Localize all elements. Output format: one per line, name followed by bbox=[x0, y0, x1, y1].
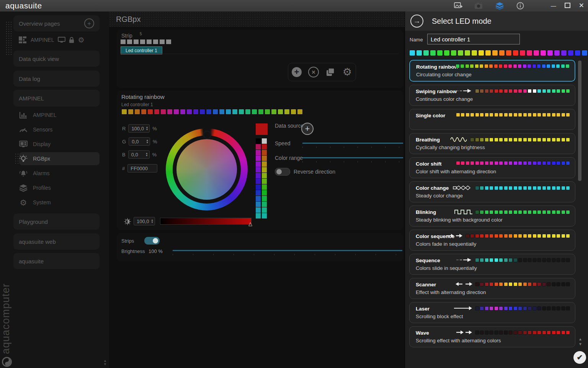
sidebar-item-rgbpx[interactable]: RGBpx bbox=[19, 152, 100, 165]
value-gradient-bar[interactable] bbox=[160, 218, 252, 225]
sidebar-item-ampinel-device[interactable]: AMPINEL bbox=[13, 90, 100, 107]
color-wheel[interactable] bbox=[166, 128, 248, 210]
green-value-stepper[interactable]: ▲▼ bbox=[129, 137, 150, 146]
sidebar-item-ampinel-overview[interactable]: AMPINEL bbox=[19, 108, 100, 122]
strips-toggle[interactable] bbox=[144, 237, 160, 245]
palette-swatch[interactable] bbox=[256, 190, 261, 196]
palette-swatch[interactable] bbox=[262, 207, 267, 213]
stepper-arrows-icon[interactable]: ▲▼ bbox=[151, 219, 154, 223]
sidebar-overview-ampinel[interactable]: AMPINEL ⚙ bbox=[18, 34, 85, 46]
palette-swatch[interactable] bbox=[262, 173, 267, 178]
palette-grid[interactable] bbox=[256, 138, 268, 219]
palette-swatch[interactable] bbox=[262, 184, 267, 190]
speed-slider[interactable] bbox=[302, 143, 403, 144]
palette-swatch[interactable] bbox=[262, 156, 267, 161]
led-mode-option-laser[interactable]: Laser Scrolling block effect bbox=[409, 302, 575, 323]
add-overview-page-icon[interactable]: + bbox=[84, 18, 94, 28]
info-icon[interactable] bbox=[514, 0, 527, 12]
led-mode-option-rotating-rainbow[interactable]: Rotating rainbow Circulating color chang… bbox=[409, 60, 575, 82]
palette-swatch[interactable] bbox=[256, 144, 261, 150]
close-button[interactable]: ✕ bbox=[579, 3, 584, 8]
palette-swatch[interactable] bbox=[256, 207, 261, 213]
palette-swatch[interactable] bbox=[262, 138, 267, 144]
sidebar-overview-pages[interactable]: Overview pages + bbox=[13, 15, 100, 31]
led-mode-option-scanner[interactable]: Scanner Effect with alternating directio… bbox=[409, 278, 575, 299]
monitor-icon[interactable] bbox=[58, 37, 65, 43]
led-mode-option-sequence[interactable]: Sequence Colors slide in sequentially bbox=[409, 254, 575, 275]
palette-swatch[interactable] bbox=[256, 156, 261, 161]
red-value-input[interactable] bbox=[131, 126, 144, 131]
add-data-source-button[interactable]: + bbox=[301, 123, 314, 135]
sidebar-item-sensors[interactable]: Sensors bbox=[19, 123, 100, 136]
stepper-arrows-icon[interactable]: ▲▼ bbox=[146, 139, 149, 144]
palette-swatch[interactable] bbox=[262, 202, 267, 207]
controller-tab[interactable]: Led controller 1 bbox=[121, 46, 162, 54]
palette-swatch[interactable] bbox=[262, 161, 267, 167]
sidebar-item-system[interactable]: ⚙ System bbox=[19, 196, 100, 209]
strip-led-row[interactable] bbox=[121, 39, 171, 44]
scrollbar-thumb[interactable] bbox=[578, 61, 581, 181]
sidebar-item-profiles[interactable]: Profiles bbox=[19, 181, 100, 194]
palette-swatch[interactable] bbox=[262, 179, 267, 184]
palette-swatch[interactable] bbox=[256, 167, 261, 172]
palette-swatch[interactable] bbox=[262, 167, 267, 172]
palette-swatch[interactable] bbox=[256, 184, 261, 190]
lock-icon[interactable] bbox=[69, 37, 74, 43]
reverse-direction-toggle[interactable] bbox=[275, 168, 290, 176]
led-mode-option-swiping-rainbow[interactable]: Swiping rainbow Continuous color change bbox=[409, 85, 575, 106]
led-mode-option-color-change[interactable]: Color change Steady color change bbox=[409, 181, 575, 202]
stepper-arrows-icon[interactable]: ▲▼ bbox=[145, 152, 148, 157]
value-brightness-stepper[interactable]: ▲▼ bbox=[134, 217, 155, 225]
export-image-icon[interactable] bbox=[452, 0, 465, 12]
palette-swatch[interactable] bbox=[256, 173, 261, 178]
hue-handle[interactable] bbox=[203, 131, 211, 139]
palette-swatch[interactable] bbox=[256, 161, 261, 167]
hex-color-input[interactable] bbox=[127, 164, 157, 172]
led-mode-option-color-shift[interactable]: Color shift Color shift with alternating… bbox=[409, 157, 575, 178]
sidebar-item-data-quick-view[interactable]: Data quick view bbox=[13, 51, 100, 67]
delete-button[interactable]: ✕ bbox=[307, 66, 320, 79]
sidebar-item-playground[interactable]: Playground bbox=[13, 214, 100, 230]
palette-swatch[interactable] bbox=[256, 138, 261, 144]
controller-name-input[interactable] bbox=[427, 34, 520, 44]
palette-swatch[interactable] bbox=[262, 196, 267, 201]
palette-swatch[interactable] bbox=[256, 179, 261, 184]
green-value-input[interactable] bbox=[132, 139, 145, 145]
apply-arrow-icon[interactable]: → bbox=[410, 15, 423, 28]
value-brightness-input[interactable] bbox=[137, 219, 150, 224]
list-scroll-arrows[interactable]: ▲▼ bbox=[578, 337, 582, 346]
color-range-slider[interactable] bbox=[302, 157, 403, 158]
current-color-swatch[interactable] bbox=[256, 123, 268, 135]
led-mode-option-wave[interactable]: Wave Scrolling effect with alternating c… bbox=[409, 326, 575, 347]
sidebar-item-aquasuite[interactable]: aquasuite bbox=[13, 253, 100, 269]
add-button[interactable]: + bbox=[290, 66, 303, 79]
led-mode-option-breathing[interactable]: Breathing Cyclically changing brightness bbox=[409, 133, 575, 154]
brightness-slider[interactable] bbox=[173, 250, 402, 251]
palette-swatch[interactable] bbox=[262, 144, 267, 150]
blue-value-input[interactable] bbox=[131, 152, 144, 158]
layers-sync-icon[interactable] bbox=[493, 0, 506, 12]
sidebar-item-display[interactable]: Display bbox=[19, 138, 100, 151]
stepper-arrows-icon[interactable]: ▲▼ bbox=[145, 126, 148, 131]
copy-button[interactable] bbox=[324, 66, 337, 79]
gradient-slider-handle[interactable]: △ bbox=[248, 221, 252, 227]
sidebar-item-aquasuite-web[interactable]: aquasuite web bbox=[13, 233, 100, 250]
palette-swatch[interactable] bbox=[262, 213, 267, 219]
screenshot-camera-icon[interactable] bbox=[472, 0, 485, 12]
palette-swatch[interactable] bbox=[256, 150, 261, 155]
blue-value-stepper[interactable]: ▲▼ bbox=[128, 150, 150, 159]
palette-swatch[interactable] bbox=[256, 202, 261, 207]
palette-swatch[interactable] bbox=[256, 196, 261, 201]
sidebar-item-data-log[interactable]: Data log bbox=[13, 71, 100, 87]
red-value-stepper[interactable]: ▲▼ bbox=[128, 124, 150, 133]
confirm-check-button[interactable]: ✔ bbox=[573, 351, 586, 364]
led-mode-option-blinking[interactable]: Blinking Steady blinking with background… bbox=[409, 205, 575, 227]
sidebar-scroll-arrows[interactable]: ▲▼ bbox=[103, 359, 107, 366]
minimize-button[interactable]: — bbox=[551, 3, 556, 8]
sidebar-item-alarms[interactable]: Alarms bbox=[19, 167, 100, 180]
page-settings-gear-icon[interactable]: ⚙ bbox=[78, 36, 84, 44]
saturation-disc[interactable] bbox=[176, 139, 237, 200]
settings-gear-button[interactable]: ⚙ bbox=[341, 66, 354, 79]
palette-swatch[interactable] bbox=[262, 190, 267, 196]
led-mode-option-single-color[interactable]: Single color bbox=[409, 109, 575, 130]
